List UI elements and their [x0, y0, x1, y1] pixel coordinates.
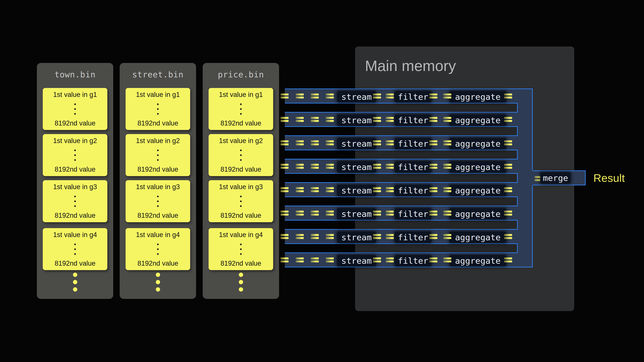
- data-chunk-icon: [443, 117, 451, 122]
- data-chunk-icon: [443, 187, 451, 192]
- stage-box-aggregate: aggregate: [449, 255, 506, 266]
- stage-box-filter: filter: [395, 232, 432, 243]
- data-chunk-icon: [280, 211, 288, 216]
- data-chunk-icon: [373, 93, 381, 98]
- stage-label: filter: [398, 209, 428, 219]
- stage-box-filter: filter: [395, 114, 432, 126]
- data-chunk-icon: [373, 234, 381, 239]
- granule-block: 1st value in g38192nd value: [43, 180, 107, 222]
- query-pipeline-diagram: town.bin1st value in g18192nd value1st v…: [0, 0, 644, 362]
- data-chunk-icon: [429, 164, 438, 169]
- granule-last-value: 8192nd value: [208, 260, 273, 267]
- granule-first-value: 1st value in g3: [126, 183, 190, 191]
- data-chunk-icon: [326, 234, 334, 239]
- data-chunk-icon: [311, 93, 319, 98]
- stage-box-filter: filter: [395, 161, 432, 173]
- stage-label: aggregate: [455, 209, 501, 219]
- result-label: Result: [593, 172, 625, 184]
- granule-last-value: 8192nd value: [43, 119, 107, 127]
- pipeline-lane: streamfilteraggregate: [285, 229, 533, 244]
- data-chunk-icon: [296, 93, 304, 98]
- data-chunk-icon: [311, 257, 319, 262]
- column-file-card: price.bin1st value in g18192nd value1st …: [203, 63, 279, 299]
- data-chunk-icon: [386, 187, 394, 192]
- data-chunk-icon: [373, 117, 381, 122]
- granule-first-value: 1st value in g2: [43, 137, 107, 145]
- granule-first-value: 1st value in g1: [208, 91, 273, 98]
- stage-label: filter: [398, 115, 428, 125]
- stage-label: filter: [398, 256, 428, 266]
- lane-slot: [285, 197, 517, 206]
- stage-box-aggregate: aggregate: [449, 114, 506, 126]
- data-chunk-icon: [373, 164, 381, 169]
- data-chunk-icon: [429, 234, 438, 239]
- pipeline-lane: streamfilteraggregate: [285, 252, 533, 267]
- stage-label: aggregate: [455, 115, 501, 125]
- data-chunk-icon: [386, 257, 394, 262]
- data-chunk-icon: [504, 117, 512, 122]
- lane-slot: [285, 150, 517, 159]
- granule-block: 1st value in g48192nd value: [208, 228, 273, 270]
- granule-first-value: 1st value in g4: [208, 231, 273, 239]
- data-chunk-icon: [443, 257, 451, 262]
- data-chunk-icon: [429, 211, 438, 216]
- column-file-title: price.bin: [203, 69, 279, 80]
- data-chunk-icon: [326, 211, 334, 216]
- data-chunk-icon: [280, 140, 288, 145]
- stage-box-filter: filter: [395, 138, 432, 149]
- data-chunk-icon: [326, 117, 334, 122]
- spine-right-border-top: [532, 88, 533, 170]
- stage-box-filter: filter: [395, 185, 432, 196]
- granule-block: 1st value in g28192nd value: [126, 134, 190, 176]
- stage-label: aggregate: [455, 186, 501, 195]
- granule-first-value: 1st value in g1: [43, 91, 107, 98]
- data-chunk-icon: [280, 257, 288, 262]
- data-chunk-icon: [296, 211, 304, 216]
- granule-block: 1st value in g18192nd value: [208, 88, 273, 130]
- column-more-dots-icon: [203, 273, 279, 292]
- granule-block: 1st value in g38192nd value: [126, 180, 190, 222]
- stage-box-stream: stream: [337, 208, 376, 220]
- granule-ellipsis-icon: [208, 244, 273, 255]
- merge-lane: merge: [533, 170, 586, 185]
- data-chunk-icon: [326, 93, 334, 98]
- granule-ellipsis-icon: [43, 103, 107, 115]
- stage-box-filter: filter: [395, 255, 432, 266]
- merge-box: merge: [540, 172, 571, 184]
- granule-ellipsis-icon: [126, 103, 190, 115]
- granule-ellipsis-icon: [126, 196, 190, 207]
- data-chunk-icon: [326, 187, 334, 192]
- lane-slot: [285, 127, 517, 135]
- data-chunk-icon: [443, 164, 451, 169]
- granule-ellipsis-icon: [43, 196, 107, 207]
- granule-block: 1st value in g48192nd value: [43, 228, 107, 270]
- stage-box-stream: stream: [337, 161, 376, 173]
- stage-label: stream: [341, 139, 372, 149]
- granule-ellipsis-icon: [43, 244, 107, 255]
- granule-block: 1st value in g18192nd value: [43, 88, 107, 130]
- data-chunk-icon: [296, 140, 304, 145]
- granule-ellipsis-icon: [208, 196, 273, 207]
- column-file-title: town.bin: [37, 69, 113, 80]
- stage-box-stream: stream: [337, 138, 376, 149]
- stage-label: stream: [341, 115, 372, 125]
- spine-right-border-bottom: [532, 185, 533, 267]
- data-chunk-icon: [280, 234, 288, 239]
- granule-first-value: 1st value in g4: [126, 231, 190, 239]
- granule-last-value: 8192nd value: [126, 166, 190, 173]
- column-more-dots-icon: [120, 273, 196, 292]
- data-chunk-icon: [386, 164, 394, 169]
- stage-label: stream: [341, 256, 372, 266]
- stage-label: stream: [341, 162, 372, 172]
- stage-box-stream: stream: [337, 255, 376, 266]
- data-chunk-icon: [311, 187, 319, 192]
- merge-label: merge: [543, 173, 568, 183]
- lane-slot: [285, 174, 517, 182]
- data-chunk-icon: [296, 117, 304, 122]
- stage-box-stream: stream: [337, 232, 376, 243]
- data-chunk-icon: [443, 211, 451, 216]
- data-chunk-icon: [373, 187, 381, 192]
- stage-label: aggregate: [455, 162, 501, 172]
- stage-box-aggregate: aggregate: [449, 208, 506, 220]
- pipeline-lane: streamfilteraggregate: [285, 206, 533, 221]
